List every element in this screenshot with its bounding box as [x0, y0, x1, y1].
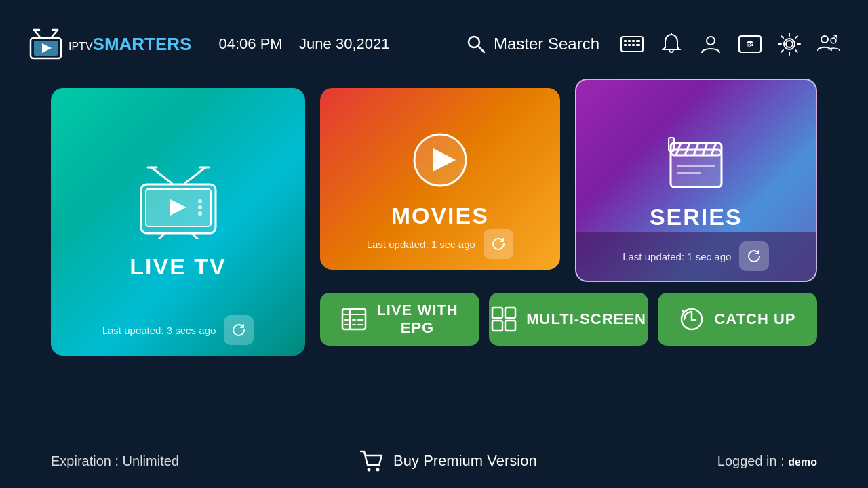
live-tv-footer: Last updated: 3 secs ago: [51, 315, 305, 345]
catch-up-label: CATCH UP: [714, 310, 795, 328]
live-epg-label-line1: LIVE WITH: [376, 302, 458, 319]
catch-up-button[interactable]: CATCH UP: [658, 293, 817, 346]
svg-point-19: [707, 37, 715, 45]
live-tv-update: Last updated: 3 secs ago: [102, 325, 216, 336]
series-footer: Last updated: 1 sec ago: [576, 232, 816, 281]
movies-footer: Last updated: 1 sec ago: [320, 229, 560, 259]
time-display: 04:06 PM: [218, 35, 282, 52]
logo-tv-icon: [27, 27, 64, 61]
svg-point-35: [198, 205, 202, 209]
movies-card[interactable]: MOVIES Last updated: 1 sec ago: [320, 88, 560, 270]
series-title: SERIES: [650, 204, 743, 230]
series-card[interactable]: SERIES Last updated: 1 sec ago: [575, 79, 818, 282]
top-right-row: MOVIES Last updated: 1 sec ago: [320, 88, 817, 282]
svg-rect-62: [492, 321, 502, 331]
record-icon[interactable]: REC: [738, 32, 762, 56]
buy-premium-label: Buy Premium Version: [393, 452, 537, 470]
search-icon: [465, 33, 487, 55]
header: IPTVSMARTERS 04:06 PM June 30,2021 Maste…: [0, 0, 868, 88]
svg-text:REC: REC: [747, 43, 757, 47]
svg-line-1: [51, 30, 58, 38]
svg-rect-9: [621, 37, 643, 52]
cards-row: LIVE TV Last updated: 3 secs ago: [51, 88, 817, 356]
svg-point-65: [368, 468, 371, 472]
live-tv-card[interactable]: LIVE TV Last updated: 3 secs ago: [51, 88, 305, 356]
svg-rect-10: [624, 40, 627, 42]
bottom-buttons: LIVE WITH EPG MULTI-SCREEN: [320, 293, 817, 346]
search-bar[interactable]: Master Search: [465, 33, 599, 55]
multi-screen-label: MULTI-SCREEN: [526, 310, 646, 328]
movies-icon: [410, 129, 471, 193]
movies-update: Last updated: 1 sec ago: [367, 239, 475, 250]
live-tv-icon: [131, 164, 226, 241]
svg-rect-63: [505, 321, 515, 331]
logged-in-section: Logged in : demo: [717, 453, 817, 469]
datetime: 04:06 PM June 30,2021: [218, 35, 389, 53]
svg-line-27: [151, 167, 172, 183]
svg-line-8: [478, 46, 484, 52]
svg-point-26: [831, 38, 836, 43]
svg-rect-60: [492, 308, 502, 318]
svg-rect-15: [628, 44, 631, 46]
logo-iptv: IPTV: [68, 41, 93, 52]
movies-refresh-button[interactable]: [484, 229, 513, 259]
svg-rect-61: [505, 308, 515, 318]
series-icon: [664, 131, 728, 195]
svg-point-34: [198, 199, 202, 203]
live-epg-button[interactable]: LIVE WITH EPG: [320, 293, 479, 346]
date-display: June 30,2021: [299, 35, 389, 52]
multi-screen-button[interactable]: MULTI-SCREEN: [489, 293, 648, 346]
cart-icon: [359, 449, 384, 473]
bottom-bar: Expiration : Unlimited Buy Premium Versi…: [0, 434, 868, 488]
svg-rect-11: [628, 40, 631, 42]
svg-rect-14: [624, 44, 627, 46]
svg-rect-17: [636, 44, 640, 46]
bell-icon[interactable]: [659, 32, 684, 56]
svg-point-25: [821, 36, 828, 43]
profile-icon[interactable]: [698, 32, 723, 56]
series-refresh-button[interactable]: [739, 241, 769, 271]
live-epg-label-line2: EPG: [376, 319, 458, 337]
live-epg-icon: [341, 306, 367, 332]
live-tv-title: LIVE TV: [130, 253, 226, 280]
main-content: LIVE TV Last updated: 3 secs ago: [0, 88, 868, 356]
search-label: Master Search: [494, 35, 599, 54]
right-column: MOVIES Last updated: 1 sec ago: [320, 88, 817, 346]
live-epg-label: LIVE WITH EPG: [376, 302, 458, 338]
switch-user-icon[interactable]: [816, 32, 841, 56]
live-tv-refresh-button[interactable]: [224, 315, 254, 345]
svg-rect-16: [632, 44, 635, 46]
svg-rect-13: [636, 40, 640, 42]
movies-title: MOVIES: [391, 203, 489, 229]
logo-smarters: SMARTERS: [93, 34, 192, 54]
logged-in-label: Logged in :: [717, 453, 789, 468]
svg-rect-50: [669, 138, 674, 151]
header-icons: REC: [620, 32, 841, 56]
multi-screen-icon: [491, 306, 517, 332]
svg-line-28: [185, 167, 205, 183]
logged-in-user: demo: [788, 456, 817, 468]
series-update: Last updated: 1 sec ago: [623, 251, 731, 262]
buy-premium-button[interactable]: Buy Premium Version: [359, 449, 537, 473]
catch-up-icon: [679, 306, 705, 332]
svg-point-66: [376, 468, 380, 472]
svg-point-23: [786, 41, 793, 47]
svg-rect-12: [632, 40, 635, 42]
epg-icon[interactable]: [620, 32, 644, 56]
expiration-text: Expiration : Unlimited: [51, 453, 179, 469]
logo: IPTVSMARTERS: [27, 27, 191, 61]
logo-text: IPTVSMARTERS: [68, 34, 191, 55]
svg-point-36: [198, 211, 202, 216]
settings-icon[interactable]: [777, 32, 802, 56]
svg-line-0: [34, 30, 41, 38]
